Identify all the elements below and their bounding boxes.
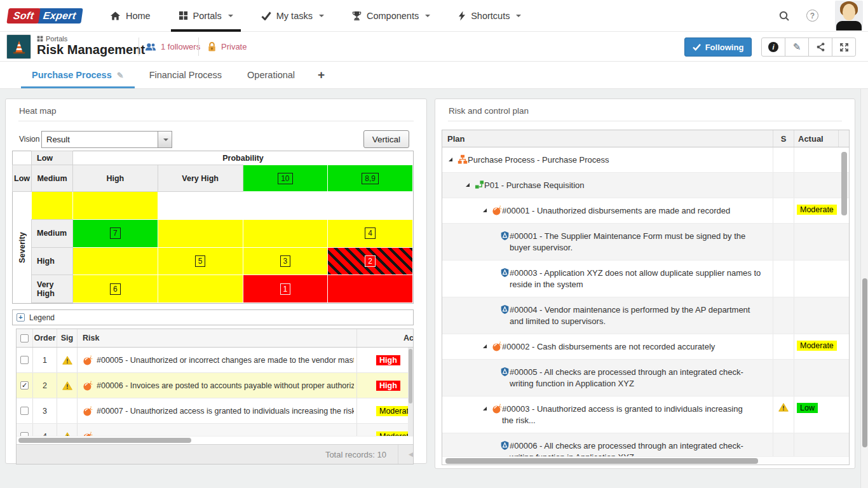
- vision-select[interactable]: Result: [41, 131, 172, 148]
- heatmap-cell[interactable]: [32, 192, 73, 220]
- risk-table-vertical-scrollbar[interactable]: [408, 348, 413, 436]
- select-all-checkbox[interactable]: [20, 334, 29, 342]
- tab-purchase-process[interactable]: Purchase Process✎: [19, 62, 137, 88]
- plan-tree-row[interactable]: #00002 - Cash disbursements are not reco…: [442, 334, 849, 360]
- heatmap-cell[interactable]: 8,9: [328, 165, 413, 192]
- row-checkbox[interactable]: [20, 356, 29, 364]
- heatmap-cell-count-badge[interactable]: 3: [280, 255, 291, 267]
- actual-cell: High: [357, 373, 414, 398]
- heatmap-cell-count-badge[interactable]: 7: [110, 227, 121, 239]
- s-cell: [773, 224, 794, 260]
- heatmap-cell-count-badge[interactable]: 4: [365, 227, 376, 239]
- portals-icon: [179, 11, 188, 20]
- menu-item-components[interactable]: Components: [338, 0, 444, 32]
- search-icon[interactable]: [778, 10, 790, 22]
- heatmap-cell[interactable]: 3: [243, 248, 329, 276]
- breadcrumb[interactable]: Portals: [37, 35, 67, 43]
- tab-financial-process[interactable]: Financial Process: [137, 62, 234, 88]
- heatmap-cell[interactable]: [73, 192, 158, 220]
- plan-tree-row[interactable]: P01 - Purchase Requisition: [442, 173, 849, 198]
- edit-tab-pencil-icon[interactable]: ✎: [117, 71, 124, 80]
- risk-table-row[interactable]: ✓2#00006 - Invoices are posted to accoun…: [17, 373, 414, 398]
- heatmap-cell[interactable]: 1: [243, 275, 329, 303]
- heatmap-cell[interactable]: 6: [73, 275, 158, 303]
- plan-tree-row[interactable]: #00001 - The Supplier Maintenance Form m…: [442, 224, 849, 261]
- plan-tree-row[interactable]: #00003 - Unauthorized access is granted …: [442, 396, 849, 433]
- divider: [139, 37, 139, 56]
- plan-horizontal-scrollbar[interactable]: [442, 456, 849, 464]
- vertical-button[interactable]: Vertical: [363, 130, 409, 148]
- s-cell: [773, 360, 794, 396]
- row-checkbox[interactable]: ✓: [20, 381, 29, 390]
- plan-tree-row[interactable]: Purchase Process - Purchase Process: [442, 147, 849, 173]
- followers-link[interactable]: 1 followers: [145, 32, 200, 62]
- share-button[interactable]: [808, 37, 832, 57]
- heatmap-cell-count-badge[interactable]: 5: [195, 255, 206, 267]
- risk-cell: #00006 - Invoices are posted to accounts…: [78, 373, 357, 398]
- user-avatar[interactable]: [835, 1, 863, 30]
- expand-icon: [839, 43, 849, 52]
- select-dropdown-button[interactable]: [158, 132, 172, 147]
- scrollbar-thumb[interactable]: [18, 438, 191, 443]
- tree-expander-icon[interactable]: [449, 158, 452, 161]
- scrollbar-thumb[interactable]: [862, 278, 867, 447]
- tree-expander-icon[interactable]: [483, 407, 487, 410]
- heatmap-row-header: Low: [31, 151, 73, 165]
- heatmap-corner-blank: [13, 151, 32, 165]
- plan-tree-row[interactable]: #00003 - Application XYZ does not allow …: [442, 261, 849, 297]
- edit-button[interactable]: ✎: [785, 37, 809, 57]
- risk-table-horizontal-scrollbar[interactable]: [17, 436, 414, 444]
- heatmap-cell[interactable]: 4: [328, 220, 413, 248]
- heatmap-cell[interactable]: 10: [243, 165, 329, 192]
- tree-expander-icon[interactable]: [466, 183, 470, 187]
- scrollbar-thumb[interactable]: [445, 458, 758, 464]
- heatmap-cell[interactable]: [73, 248, 158, 276]
- heatmap-cell-count-badge[interactable]: 6: [110, 283, 121, 295]
- following-button[interactable]: Following: [684, 37, 752, 57]
- info-button[interactable]: i: [761, 37, 785, 57]
- chevron-down-icon: [425, 15, 430, 17]
- heatmap-cell-count-badge[interactable]: 2: [365, 255, 376, 267]
- heatmap-cell[interactable]: [158, 275, 243, 303]
- warning-icon: [62, 356, 72, 365]
- heatmap-cell[interactable]: [158, 220, 243, 248]
- fullscreen-button[interactable]: [832, 37, 856, 57]
- plan-tree-row[interactable]: #00001 - Unauthorized disbursements are …: [442, 198, 849, 224]
- risk-table-row[interactable]: 1#00005 - Unauthorized or incorrect chan…: [17, 348, 414, 373]
- row-checkbox[interactable]: [20, 407, 29, 415]
- risk-table-row[interactable]: 4Moderate: [17, 424, 414, 436]
- tree-expander-icon[interactable]: [483, 344, 487, 348]
- heatmap-row-header: Very High: [31, 274, 73, 303]
- plan-tree-row[interactable]: #00006 - All checks are processed throug…: [442, 433, 849, 456]
- actual-cell: Moderate: [794, 334, 839, 359]
- privacy-status[interactable]: Private: [207, 32, 247, 62]
- scrollbar-thumb[interactable]: [409, 349, 412, 403]
- tab-operational[interactable]: Operational: [234, 62, 308, 88]
- menu-item-my-tasks[interactable]: My tasks: [247, 0, 338, 32]
- heatmap-cell-count-badge[interactable]: 8,9: [362, 173, 379, 184]
- column-header-actual: Actual: [403, 334, 414, 342]
- prev-page-button[interactable]: ◄: [398, 445, 414, 464]
- plan-tree-row[interactable]: #00005 - All checks are processed throug…: [442, 360, 849, 396]
- risk-table-row[interactable]: 3#00007 - Unauthorized access is granted…: [17, 398, 414, 424]
- heatmap-axis-probability: Probability: [73, 151, 413, 165]
- heatmap-cell[interactable]: [243, 220, 329, 248]
- menu-item-shortcuts[interactable]: Shortcuts: [444, 0, 535, 32]
- heatmap-cell[interactable]: 2: [328, 248, 413, 276]
- tree-expander-icon[interactable]: [483, 208, 487, 212]
- softexpert-logo[interactable]: SoftExpert: [8, 8, 82, 24]
- plan-tree-row[interactable]: #00004 - Vendor maintenance is performed…: [442, 297, 849, 334]
- add-tab-button[interactable]: +: [308, 62, 335, 88]
- page-scrollbar[interactable]: [860, 89, 868, 488]
- heatmap-cell[interactable]: 7: [73, 220, 158, 248]
- menu-item-home[interactable]: Home: [96, 0, 165, 32]
- heatmap-cell-count-badge[interactable]: 10: [278, 173, 292, 184]
- avatar-face: [843, 4, 855, 20]
- heatmap-cell[interactable]: [328, 275, 413, 303]
- plan-vertical-scrollbar-thumb[interactable]: [841, 152, 847, 215]
- heatmap-cell-count-badge[interactable]: 1: [280, 283, 291, 295]
- heatmap-cell[interactable]: 5: [158, 248, 243, 276]
- help-icon[interactable]: ?: [806, 10, 818, 22]
- legend-toggle[interactable]: + Legend: [12, 309, 414, 325]
- menu-item-portals[interactable]: Portals: [165, 0, 247, 32]
